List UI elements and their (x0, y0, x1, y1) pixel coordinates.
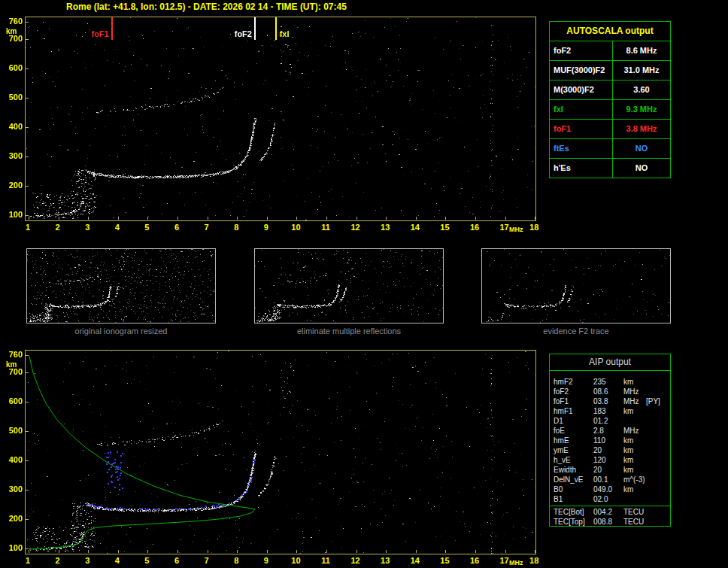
autoscala-row-muf-3000-f2: MUF(3000)F231.0 MHz (550, 61, 670, 80)
aip-param-extra-hmf1 (646, 406, 670, 416)
aip-param-extra-deln-ve (646, 475, 670, 484)
aip-param-extra-tec-bot (646, 507, 670, 517)
bottom-plot-x-tick-label-6: 6 (168, 556, 186, 565)
aip-param-label-foe: foE (550, 426, 593, 436)
autoscala-table-header: AUTOSCALA output (550, 22, 670, 41)
top-plot-y-tick-label-600: 600 (2, 63, 23, 72)
bottom-plot-x-tick-label-10: 10 (287, 556, 305, 565)
top-plot-x-tick-label-15: 15 (435, 223, 453, 232)
aip-table-rows: hmF2235kmfoF208.6MHzfoF103.8MHz[PY]hmF11… (550, 371, 670, 504)
top-plot-x-tick-label-9: 9 (257, 223, 275, 232)
aip-param-value-h-ve: 120 (593, 455, 623, 465)
aip-param-value-fof1: 03.8 (593, 396, 623, 406)
top-plot-x-tick-label-4: 4 (108, 223, 126, 232)
bottom-plot-y-tick-label-100: 100 (2, 543, 23, 552)
bottom-plot-x-tick-label-4: 4 (108, 556, 126, 565)
aip-param-value-hmf1: 183 (593, 406, 623, 416)
autoscala-output-table: AUTOSCALA output foF28.6 MHzMUF(3000)F23… (549, 21, 671, 178)
top-plot-x-tick-label-18: 18 (525, 223, 543, 232)
bottom-plot-x-tick-label-11: 11 (317, 556, 335, 565)
autoscala-screen: Rome (lat: +41.8, lon: 012.5) - DATE: 20… (0, 0, 728, 568)
bottom-plot-y-tick-label-200: 200 (2, 514, 23, 523)
thumbnail-multiple-reflections (254, 248, 444, 323)
aip-param-label-hmf2: hmF2 (550, 377, 593, 387)
aip-param-value-yme: 20 (593, 445, 623, 455)
bottom-plot-x-tick-label-2: 2 (49, 556, 67, 565)
main-ionogram-plot: foF1foF2fxI (25, 17, 536, 221)
aip-row-deln-ve: DelN_vE00.1m^(-3) (550, 475, 670, 484)
top-plot-x-tick-label-2: 2 (49, 223, 67, 232)
aip-row-hmf1: hmF1183km (550, 406, 670, 416)
autoscala-param-label-fof2: foF2 (550, 41, 613, 60)
aip-param-value-d1: 01.2 (593, 416, 623, 426)
autoscala-param-label-fof1: foF1 (550, 120, 613, 138)
top-plot-x-axis-unit-label: MHz (509, 226, 523, 233)
aip-param-value-tec-top: 008.8 (593, 517, 623, 527)
aip-row-tec-top: TEC[Top]008.8TECU (550, 517, 670, 527)
autoscala-row-fxi: fxI9.3 MHz (550, 100, 670, 120)
aip-param-value-ewidth: 20 (593, 465, 623, 475)
aip-param-label-fof1: foF1 (550, 396, 593, 406)
thumbnail-original-ionogram (26, 248, 216, 323)
aip-param-extra-hmf2 (646, 377, 670, 387)
aip-param-label-b0: B0 (550, 484, 593, 494)
aip-row-tec-bot: TEC[Bot]004.2TECU (550, 507, 670, 517)
thumbnail-caption-multiple-reflections: eliminate multiple reflections (254, 327, 444, 336)
aip-param-unit-foe: MHz (623, 426, 646, 436)
aip-param-label-tec-bot: TEC[Bot] (550, 507, 593, 517)
bottom-plot-y-axis-unit-label: km (6, 360, 17, 369)
aip-row-h-ve: h_vE120km (550, 455, 670, 465)
aip-param-label-ewidth: Ewidth (550, 465, 593, 475)
aip-param-unit-fof1: MHz (623, 396, 646, 406)
top-plot-x-tick-label-1: 1 (19, 223, 37, 232)
aip-param-value-tec-bot: 004.2 (593, 507, 623, 517)
aip-param-label-deln-ve: DelN_vE (550, 475, 593, 484)
autoscala-param-value-fof2: 8.6 MHz (613, 41, 670, 60)
bottom-plot-y-tick-label-300: 300 (2, 484, 23, 494)
bottom-plot-x-axis-unit-label: MHz (509, 559, 523, 566)
aip-param-unit-tec-top: TECU (623, 517, 646, 527)
bottom-plot-x-tick-label-3: 3 (78, 556, 96, 565)
aip-param-label-d1: D1 (550, 416, 593, 426)
thumbnail-original-canvas (27, 249, 215, 323)
thumbnail-caption-original: original ionogram resized (26, 327, 216, 336)
top-plot-y-tick-label-700: 700 (2, 34, 23, 43)
aip-param-label-fof2: foF2 (550, 387, 593, 396)
top-plot-y-tick-label-500: 500 (2, 93, 23, 102)
aip-tec-rows: TEC[Bot]004.2TECUTEC[Top]008.8TECU (550, 507, 670, 527)
thumbnail-multiple-reflections-canvas (255, 249, 443, 323)
aip-param-extra-h-ve (646, 455, 670, 465)
autoscala-param-label-h-es: h'Es (550, 159, 613, 178)
aip-row-foe: foE2.8MHz (550, 426, 670, 436)
aip-param-label-hme: hmE (550, 436, 593, 445)
aip-param-unit-yme: km (623, 445, 646, 455)
bottom-plot-x-tick-label-7: 7 (198, 556, 216, 565)
aip-row-b1: B102.0 (550, 494, 670, 504)
top-plot-x-tick-label-10: 10 (287, 223, 305, 232)
aip-param-unit-fof2: MHz (623, 387, 646, 396)
aip-param-extra-fof1: [PY] (646, 396, 670, 406)
aip-param-extra-yme (646, 445, 670, 455)
aip-param-value-fof2: 08.6 (593, 387, 623, 396)
aip-param-value-b0: 049.0 (593, 484, 623, 494)
aip-row-ewidth: Ewidth20km (550, 465, 670, 475)
aip-table-header: AIP output (550, 354, 670, 371)
aip-param-extra-b0 (646, 484, 670, 494)
top-plot-x-tick-label-16: 16 (466, 223, 484, 232)
top-plot-y-tick-label-300: 300 (2, 151, 23, 160)
aip-param-unit-hmf1: km (623, 406, 646, 416)
fof2-marker-label: foF2 (223, 29, 252, 38)
aip-param-value-hme: 110 (593, 436, 623, 445)
thumbnail-f2-trace-canvas (482, 249, 670, 323)
fof1-marker-label: foF1 (80, 29, 109, 38)
aip-param-unit-d1 (623, 416, 646, 426)
aip-param-unit-h-ve: km (623, 455, 646, 465)
aip-param-value-hmf2: 235 (593, 377, 623, 387)
top-plot-x-tick-label-5: 5 (138, 223, 156, 232)
bottom-plot-y-tick-label-400: 400 (2, 455, 23, 464)
aip-param-unit-hme: km (623, 436, 646, 445)
top-plot-y-axis-unit-label: km (6, 27, 17, 35)
aip-param-label-yme: ymE (550, 445, 593, 455)
bottom-plot-y-tick-label-500: 500 (2, 426, 23, 435)
autoscala-param-label-ftes: ftEs (550, 139, 613, 158)
